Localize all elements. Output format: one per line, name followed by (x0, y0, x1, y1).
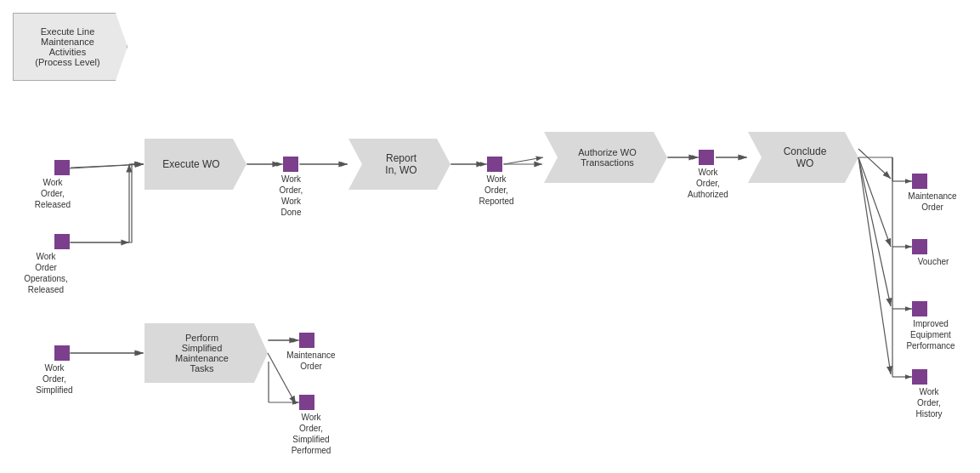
work-order-ops-released-label: WorkOrderOperations,Released (8, 251, 83, 295)
work-order-history-label: WorkOrder,History (899, 386, 959, 419)
voucher-node (912, 239, 927, 254)
clean-arrows (0, 0, 980, 473)
report-wo-step: ReportIn, WO (348, 139, 450, 190)
arrows-svg (0, 0, 980, 473)
work-order-reported-label: WorkOrder,Reported (470, 174, 523, 207)
diagram-container: Execute LineMaintenanceActivities(Proces… (0, 0, 980, 473)
svg-line-1 (70, 164, 143, 168)
authorize-wo-label: Authorize WOTransactions (578, 147, 636, 168)
work-order-ops-released-node (54, 234, 70, 249)
process-banner: Execute LineMaintenanceActivities(Proces… (13, 13, 127, 81)
work-order-simplified-performed-node (299, 395, 314, 410)
work-order-released-label: WorkOrder,Released (19, 177, 87, 210)
work-order-authorized-node (699, 150, 714, 165)
work-order-simplified-performed-label: WorkOrder,SimplifiedPerformed (279, 412, 343, 456)
work-order-history-node (912, 369, 927, 385)
work-order-work-done-label: WorkOrder,WorkDone (263, 174, 319, 218)
perform-simplified-step: PerformSimplifiedMaintenanceTasks (144, 323, 268, 383)
svg-line-23 (504, 157, 543, 164)
svg-line-11 (858, 149, 891, 179)
voucher-label: Voucher (904, 256, 963, 267)
work-order-work-done-node (283, 157, 298, 172)
work-order-simplified-node (54, 345, 70, 361)
svg-line-14 (858, 157, 891, 374)
svg-line-12 (858, 157, 891, 247)
conclude-wo-label: ConcludeWO (784, 145, 827, 169)
maintenance-order-top-label: MaintenanceOrder (898, 191, 966, 213)
execute-wo-label: Execute WO (162, 158, 219, 170)
maintenance-order-top-node (912, 174, 927, 189)
svg-line-13 (858, 157, 891, 306)
report-wo-label: ReportIn, WO (385, 152, 416, 176)
banner-text: Execute LineMaintenanceActivities(Proces… (35, 26, 99, 67)
perform-simplified-label: PerformSimplifiedMaintenanceTasks (175, 333, 229, 373)
maintenance-order-bottom-node (299, 333, 314, 348)
authorize-wo-step: Authorize WOTransactions (544, 132, 667, 183)
work-order-simplified-label: WorkOrder,Simplified (24, 362, 85, 396)
work-order-released-node (54, 160, 70, 175)
maintenance-order-bottom-label: MaintenanceOrder (280, 350, 342, 372)
work-order-reported-node (487, 157, 502, 172)
improved-equipment-node (912, 301, 927, 316)
execute-wo-step: Execute WO (144, 139, 246, 190)
svg-line-19 (71, 164, 144, 168)
work-order-authorized-label: WorkOrder,Authorized (680, 167, 736, 200)
conclude-wo-step: ConcludeWO (748, 132, 858, 183)
improved-equipment-label: ImprovedEquipmentPerformance (892, 318, 969, 351)
